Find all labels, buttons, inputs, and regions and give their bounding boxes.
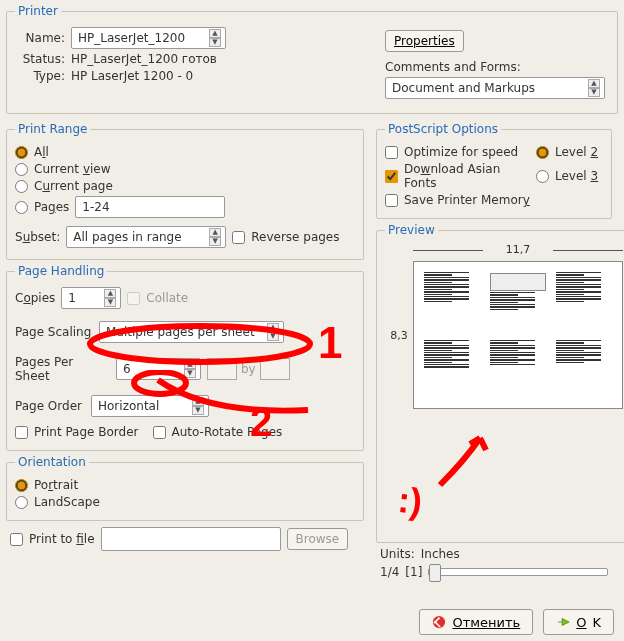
landscape-radio[interactable]: LandScape (15, 495, 100, 509)
range-pages-radio[interactable]: Pages (15, 200, 69, 214)
reverse-pages-check[interactable]: Reverse pages (232, 230, 339, 244)
printer-legend: Printer (15, 4, 61, 18)
page-handling-section: Page Handling Copies 1 ▲▼ Collate Page S… (6, 264, 364, 451)
ps-legend: PostScript Options (385, 122, 501, 136)
range-legend: Print Range (15, 122, 90, 136)
type-label: Type: (15, 69, 65, 83)
range-current-view-radio[interactable]: Current view (15, 162, 111, 176)
units-value: Inches (421, 547, 460, 561)
type-value: HP LaserJet 1200 - 0 (71, 69, 193, 83)
preview-section: Preview 11,7 8,3 (376, 223, 624, 543)
printer-name-select[interactable]: HP_LaserJet_1200 ▲▼ (71, 27, 226, 49)
spin-icon: ▲▼ (267, 323, 279, 341)
border-check[interactable]: Print Page Border (15, 425, 139, 439)
subset-value: All pages in range (73, 230, 181, 244)
ok-button[interactable]: OK (543, 609, 614, 635)
autorotate-check[interactable]: Auto-Rotate Pages (153, 425, 283, 439)
preview-image (413, 261, 623, 409)
printer-name-value: HP_LaserJet_1200 (78, 31, 185, 45)
cancel-button[interactable]: Отменить (419, 609, 533, 635)
comments-select[interactable]: Document and Markups ▲▼ (385, 77, 605, 99)
spin-icon: ▲▼ (184, 360, 196, 378)
spin-icon: ▲▼ (209, 228, 221, 246)
cancel-icon (432, 615, 446, 629)
scaling-label: Page Scaling (15, 325, 93, 339)
pps-label: Pages Per Sheet (15, 355, 110, 383)
orientation-legend: Orientation (15, 455, 89, 469)
preview-slider[interactable] (428, 568, 608, 576)
asian-fonts-check[interactable]: Download Asian Fonts (385, 162, 530, 190)
handling-legend: Page Handling (15, 264, 107, 278)
order-value: Horizontal (98, 399, 159, 413)
spin-icon: ▲▼ (588, 79, 600, 97)
level3-radio[interactable]: Level 3 (536, 169, 598, 183)
file-path-input[interactable] (101, 527, 281, 551)
collate-check: Collate (127, 291, 188, 305)
name-label: Name: (15, 31, 65, 45)
pages-value: 1-24 (82, 200, 109, 214)
cancel-label: Отменить (452, 615, 520, 630)
range-all-radio[interactable]: All (15, 145, 49, 159)
subset-label: Subset: (15, 230, 60, 244)
scaling-value: Multiple pages per sheet (106, 325, 255, 339)
print-to-file-check[interactable]: Print to file (10, 532, 95, 546)
preview-counter: 1/4 (380, 565, 399, 579)
order-select[interactable]: Horizontal ▲▼ (91, 395, 209, 417)
browse-button: Browse (287, 528, 349, 550)
custom-grid: by (207, 358, 290, 380)
properties-button[interactable]: Properties (385, 30, 464, 52)
level2-radio[interactable]: Level 2 (536, 145, 598, 159)
preview-legend: Preview (385, 223, 438, 237)
copies-value: 1 (68, 291, 104, 305)
optimize-check[interactable]: Optimize for speed (385, 145, 530, 159)
save-memory-check[interactable]: Save Printer Memory (385, 193, 530, 207)
scaling-select[interactable]: Multiple pages per sheet ▲▼ (99, 321, 284, 343)
comments-label: Comments and Forms: (385, 60, 521, 74)
units-label: Units: (380, 547, 415, 561)
comments-value: Document and Markups (392, 81, 535, 95)
preview-counter2: [1] (405, 565, 422, 579)
copies-label: Copies (15, 291, 55, 305)
pps-select[interactable]: 6 ▲▼ (116, 358, 201, 380)
orientation-section: Orientation Portrait LandScape (6, 455, 364, 521)
preview-height: 8,3 (389, 261, 409, 409)
ok-icon (556, 615, 570, 629)
preview-width: 11,7 (413, 243, 623, 256)
printer-section: Printer Name: HP_LaserJet_1200 ▲▼ Status… (6, 4, 618, 114)
pps-value: 6 (123, 362, 131, 376)
subset-select[interactable]: All pages in range ▲▼ (66, 226, 226, 248)
range-current-page-radio[interactable]: Current page (15, 179, 113, 193)
status-value: HP_LaserJet_1200 готов (71, 52, 217, 66)
properties-label: Properties (394, 34, 455, 48)
portrait-radio[interactable]: Portrait (15, 478, 78, 492)
print-range-section: Print Range All Current view Current pag… (6, 122, 364, 260)
spin-icon: ▲▼ (192, 397, 204, 415)
pages-input[interactable]: 1-24 (75, 196, 225, 218)
status-label: Status: (15, 52, 65, 66)
spin-icon: ▲▼ (209, 29, 221, 47)
copies-spin[interactable]: 1 ▲▼ (61, 287, 121, 309)
order-label: Page Order (15, 399, 85, 413)
postscript-section: PostScript Options Optimize for speed Le… (376, 122, 612, 219)
spin-icon: ▲▼ (104, 289, 116, 307)
